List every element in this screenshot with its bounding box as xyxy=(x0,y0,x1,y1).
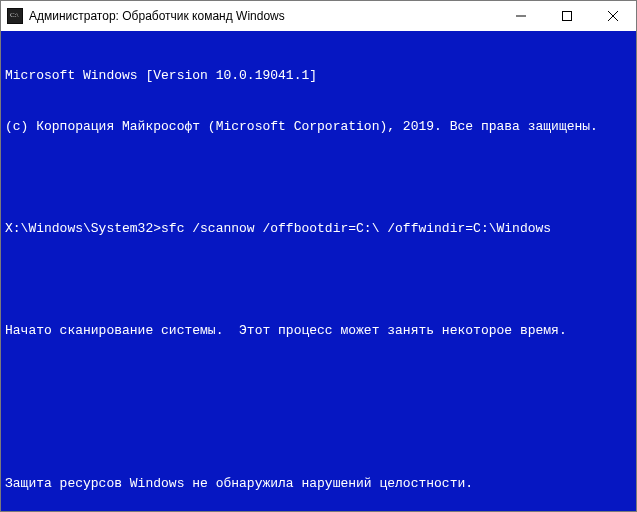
terminal-line: Начато сканирование системы. Этот процес… xyxy=(5,322,632,339)
terminal-line: (c) Корпорация Майкрософт (Microsoft Cor… xyxy=(5,118,632,135)
titlebar[interactable]: C:\ Администратор: Обработчик команд Win… xyxy=(1,1,636,31)
terminal-line: X:\Windows\System32>sfc /scannow /offboo… xyxy=(5,220,632,237)
terminal-output[interactable]: Microsoft Windows [Version 10.0.19041.1]… xyxy=(1,31,636,511)
window-title: Администратор: Обработчик команд Windows xyxy=(29,9,285,23)
command-prompt-window: C:\ Администратор: Обработчик команд Win… xyxy=(0,0,637,512)
maximize-button[interactable] xyxy=(544,1,590,31)
svg-text:C:\: C:\ xyxy=(10,11,19,19)
terminal-line xyxy=(5,373,632,390)
cmd-icon: C:\ xyxy=(7,8,23,24)
terminal-line xyxy=(5,271,632,288)
terminal-line xyxy=(5,424,632,441)
terminal-line: Microsoft Windows [Version 10.0.19041.1] xyxy=(5,67,632,84)
terminal-line xyxy=(5,169,632,186)
minimize-button[interactable] xyxy=(498,1,544,31)
close-button[interactable] xyxy=(590,1,636,31)
svg-rect-4 xyxy=(563,12,572,21)
terminal-line: Защита ресурсов Windows не обнаружила на… xyxy=(5,475,632,492)
